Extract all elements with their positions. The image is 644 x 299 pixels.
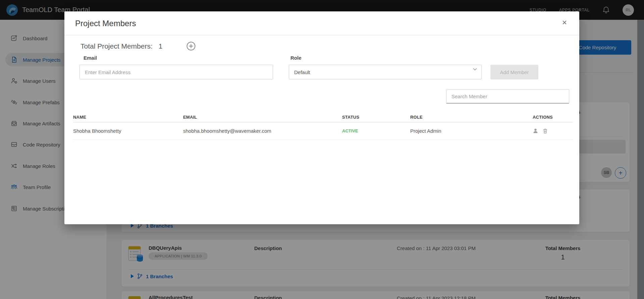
column-header-email: EMAIL: [183, 115, 342, 120]
column-header-name: NAME: [73, 115, 183, 120]
total-members-text: Total Project Members:: [80, 42, 153, 50]
role-select[interactable]: Default: [289, 65, 482, 79]
role-selected-value: Default: [294, 69, 310, 75]
email-label: Email: [84, 55, 97, 61]
member-name: Shobha Bhoomshetty: [73, 128, 183, 134]
role-label: Role: [290, 55, 302, 61]
modal-title: Project Members: [75, 19, 136, 28]
actions-cell: [533, 128, 573, 134]
member-role: Project Admin: [410, 128, 533, 134]
status-badge: ACTIVE: [342, 128, 410, 133]
member-profile-icon[interactable]: [533, 128, 538, 134]
table-row: Shobha Bhoomshetty shobha.bhoomshetty@wa…: [73, 122, 573, 140]
column-header-actions: ACTIONS: [533, 115, 573, 120]
chevron-down-icon: [472, 66, 478, 72]
column-header-role: ROLE: [410, 115, 533, 120]
total-project-members: Total Project Members: 1: [80, 42, 162, 50]
total-members-count: 1: [159, 42, 163, 50]
add-member-button[interactable]: Add Member: [490, 65, 538, 79]
search-member-input[interactable]: [446, 89, 569, 104]
member-email: shobha.bhoomshetty@wavemaker.com: [183, 128, 342, 134]
close-icon[interactable]: ✕: [562, 19, 567, 26]
column-header-status: STATUS: [342, 115, 410, 120]
email-field[interactable]: [79, 65, 273, 79]
add-member-plus-icon[interactable]: [186, 42, 196, 51]
members-table: NAME EMAIL STATUS ROLE ACTIONS Shobha Bh…: [73, 112, 573, 140]
project-members-modal: Project Members ✕ Total Project Members:…: [64, 11, 579, 224]
modal-header-divider: [64, 35, 579, 35]
delete-trash-icon[interactable]: [542, 128, 548, 134]
table-header-row: NAME EMAIL STATUS ROLE ACTIONS: [73, 112, 573, 122]
